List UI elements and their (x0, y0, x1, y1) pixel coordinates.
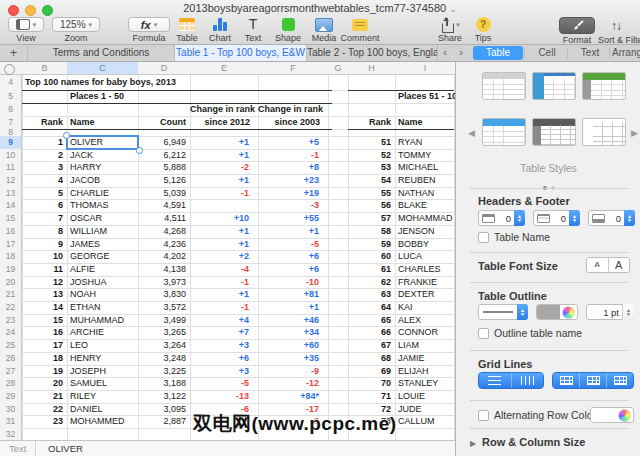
rank-cell[interactable]: 18 (22, 352, 67, 365)
selected-cell-outline[interactable] (66, 135, 139, 150)
rank-cell[interactable]: 21 (22, 390, 67, 403)
color-wheel-icon[interactable] (618, 409, 631, 422)
name-cell[interactable]: DANIEL (67, 403, 138, 416)
change-in-rank-header[interactable]: Change in rank (258, 103, 328, 116)
row-header-27[interactable]: 27 (0, 365, 22, 378)
color-wheel-icon[interactable] (562, 306, 575, 319)
name-cell[interactable]: JOSEPH (67, 365, 138, 378)
name-cell[interactable]: NOAH (67, 288, 138, 301)
name-cell[interactable]: REUBEN (395, 174, 455, 187)
row-header-23[interactable]: 23 (0, 314, 22, 327)
change-2012-cell[interactable]: +10 (190, 212, 258, 225)
gridlines-header-segmented[interactable] (552, 372, 634, 389)
insert-chart-button[interactable]: Chart (205, 17, 235, 43)
rank-cell[interactable]: 2 (22, 149, 67, 162)
count-cell[interactable]: 2,887 (138, 415, 190, 428)
rank-cell[interactable]: 55 (348, 187, 395, 200)
rank-cell[interactable]: 60 (348, 250, 395, 263)
change-2012-cell[interactable]: +1 (190, 238, 258, 251)
name-cell[interactable]: NATHAN (395, 187, 455, 200)
rank-cell[interactable]: 62 (348, 276, 395, 289)
row-column-size-disclosure-icon[interactable]: ▶ (470, 439, 476, 448)
change-2012-cell[interactable]: +6 (190, 352, 258, 365)
change-2003-cell[interactable]: +19 (258, 187, 328, 200)
name-cell[interactable]: FRANKIE (395, 276, 455, 289)
font-larger-button[interactable]: A (609, 258, 630, 272)
name-cell[interactable]: MUHAMMAD (67, 314, 138, 327)
tips-button[interactable]: ? Tips (468, 17, 498, 43)
count-cell[interactable]: 4,138 (138, 263, 190, 276)
gridlines-hv-segmented[interactable] (478, 372, 544, 389)
header-columns-gridlines-button[interactable] (580, 373, 607, 388)
name-cell[interactable]: TOMMY (395, 149, 455, 162)
count-cell[interactable]: 6,212 (138, 149, 190, 162)
name-cell[interactable]: CALLUM (395, 415, 455, 428)
change-2012-cell[interactable]: +7 (190, 326, 258, 339)
row-header-31[interactable]: 31 (0, 415, 22, 428)
rank-cell[interactable]: 23 (22, 415, 67, 428)
change-2003-cell[interactable]: -1 (258, 149, 328, 162)
column-header-D[interactable]: D (138, 62, 190, 75)
outline-width-stepper[interactable]: 1 pt▲▼ (586, 304, 634, 320)
table-style-gray[interactable] (482, 72, 526, 100)
row-header-17[interactable]: 17 (0, 238, 22, 251)
count-cell[interactable]: 4,591 (138, 199, 190, 212)
rank-cell[interactable]: 53 (348, 161, 395, 174)
name-cell[interactable]: LIAM (395, 339, 455, 352)
change-2012-cell[interactable]: +1 (190, 149, 258, 162)
row-header-10[interactable]: 10 (0, 149, 22, 162)
outline-color-well[interactable] (536, 304, 578, 320)
selection-handle[interactable] (63, 132, 70, 139)
places-1-50-cell[interactable]: Places 1 - 50 (67, 90, 207, 103)
row-header-11[interactable]: 11 (0, 161, 22, 174)
rank-cell[interactable]: 58 (348, 225, 395, 238)
table-style-plain[interactable] (582, 118, 626, 146)
name-cell[interactable]: JACK (67, 149, 138, 162)
footer-rows-stepper[interactable]: 0▲▼ (588, 210, 635, 226)
places-51-100-cell[interactable]: Places 51 - 100 (395, 90, 455, 103)
column-header-C[interactable]: C (67, 62, 138, 75)
change-2012-cell[interactable]: -1 (190, 187, 258, 200)
change-2003-cell[interactable]: -9 (258, 365, 328, 378)
add-sheet-button[interactable]: + (0, 45, 28, 61)
insert-shape-button[interactable]: Shape (272, 17, 304, 43)
table-styles-pagination[interactable] (456, 176, 640, 194)
name-cell[interactable]: ETHAN (67, 301, 138, 314)
row-header-32[interactable]: 32 (0, 428, 22, 440)
name-cell[interactable]: JENSON (395, 225, 455, 238)
row-header-25[interactable]: 25 (0, 339, 22, 352)
rank-cell[interactable]: 12 (22, 276, 67, 289)
name-cell[interactable]: THOMAS (67, 199, 138, 212)
change-2003-cell[interactable]: +6 (258, 250, 328, 263)
name-cell[interactable]: HARRY (67, 161, 138, 174)
alternating-row-color-checkbox[interactable] (478, 410, 489, 421)
rank-cell[interactable]: 57 (348, 212, 395, 225)
rank-cell[interactable]: 54 (348, 174, 395, 187)
column-header-E[interactable]: E (190, 62, 258, 75)
rank-cell[interactable]: 71 (348, 390, 395, 403)
name-cell[interactable]: ALFIE (67, 263, 138, 276)
change-2003-cell[interactable]: +81 (258, 288, 328, 301)
insert-text-button[interactable]: T Text (238, 17, 268, 43)
font-smaller-button[interactable]: A (587, 258, 609, 272)
name-cell[interactable]: LUCA (395, 250, 455, 263)
rank-cell[interactable]: 3 (22, 161, 67, 174)
name-cell[interactable]: JAMIE (395, 352, 455, 365)
name-cell[interactable]: RYAN (395, 136, 455, 149)
rank-cell[interactable]: 51 (348, 136, 395, 149)
rank-cell[interactable]: 14 (22, 301, 67, 314)
table-name-checkbox[interactable] (478, 232, 489, 243)
sheet-tab[interactable]: Table 1 - Top 100 boys, E&W (175, 45, 307, 61)
view-button[interactable]: ▾ View (8, 17, 44, 43)
rank-cell[interactable]: 15 (22, 314, 67, 327)
column-header-F[interactable]: F (258, 62, 328, 75)
count-cell[interactable]: 3,572 (138, 301, 190, 314)
count-cell[interactable]: 4,511 (138, 212, 190, 225)
rank-cell[interactable]: 5 (22, 187, 67, 200)
inspector-tab-arrange[interactable]: Arrange (612, 45, 640, 61)
footer-gridlines-button[interactable] (607, 373, 633, 388)
row-header-12[interactable]: 12 (0, 174, 22, 187)
name-cell[interactable]: ARCHIE (67, 326, 138, 339)
rank-cell[interactable]: 63 (348, 288, 395, 301)
sheet-tab[interactable]: Terms and Conditions (28, 45, 175, 61)
